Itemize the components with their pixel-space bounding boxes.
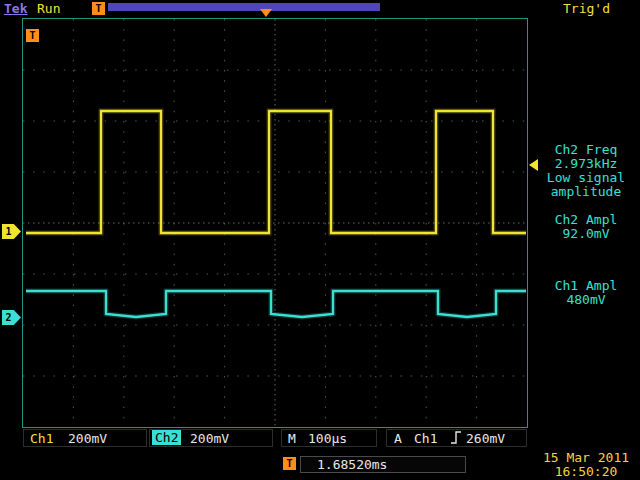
- warning-line-2: amplitude: [534, 185, 638, 199]
- horizontal-position-badge: T: [283, 457, 296, 470]
- ch1-ground-marker: 1: [2, 224, 21, 239]
- ch2-ground-marker: 2: [2, 310, 21, 325]
- ch2-scale: 200mV: [190, 431, 229, 446]
- ch1-scale: 200mV: [68, 431, 107, 446]
- meas-ch1-ampl-label: Ch1 Ampl: [534, 279, 638, 293]
- trigger-mode: A: [394, 431, 402, 446]
- trace-ch2-glow: [26, 291, 526, 317]
- trigger-level: 260mV: [466, 431, 505, 446]
- meas-ch2-freq-value: 2.973kHz: [534, 157, 638, 171]
- timebase-label: M: [288, 431, 296, 446]
- meas-ch2-ampl-value: 92.0mV: [534, 227, 638, 241]
- brand-logo: Tek: [4, 1, 27, 16]
- graticule-area: T: [22, 18, 528, 428]
- waveform-display: [23, 19, 527, 427]
- time-readout: 16:50:20: [534, 464, 638, 479]
- trigger-source: Ch1: [414, 431, 437, 446]
- ch2-ground-marker-label: 2: [5, 312, 11, 323]
- oscilloscope-display: Tek Run T Trig'd T 1 2 Ch2 Freq 2.973kHz…: [0, 0, 640, 480]
- warning-line-1: Low signal: [534, 171, 638, 185]
- trigger-time-badge: T: [26, 29, 39, 42]
- record-trigger-badge: T: [92, 2, 105, 15]
- ch2-label-chip: Ch2: [152, 430, 181, 445]
- rising-edge-icon: [450, 430, 462, 445]
- acquisition-status: Run: [37, 1, 60, 16]
- trigger-status: Trig'd: [563, 1, 610, 16]
- meas-ch2-freq-label: Ch2 Freq: [534, 143, 638, 157]
- meas-ch1-ampl-value: 480mV: [534, 293, 638, 307]
- date-readout: 15 Mar 2011: [534, 450, 638, 465]
- meas-ch2-ampl-label: Ch2 Ampl: [534, 213, 638, 227]
- record-view-bar: [108, 3, 380, 11]
- horizontal-position-value: 1.68520ms: [300, 456, 466, 473]
- trigger-position-marker-icon: [260, 9, 272, 17]
- ch1-label: Ch1: [30, 431, 53, 446]
- timebase-value: 100µs: [308, 431, 347, 446]
- trace-ch1: [26, 111, 526, 233]
- ch1-ground-marker-label: 1: [5, 226, 11, 237]
